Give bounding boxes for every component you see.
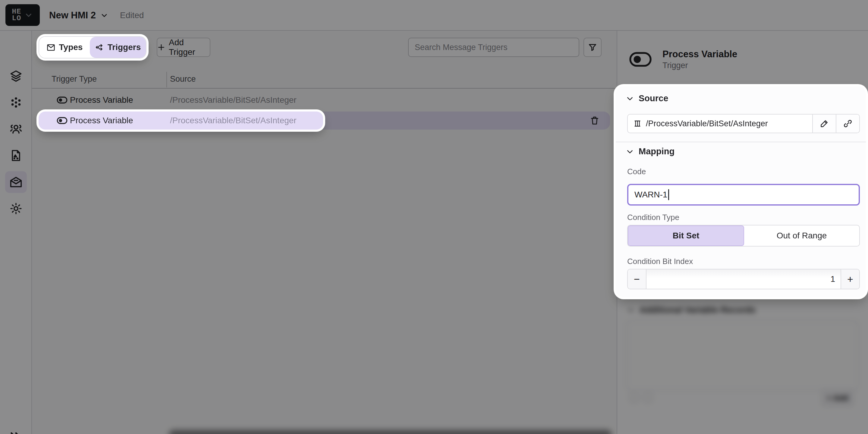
source-path-field[interactable]: /ProcessVariable/BitSet/AsInteger — [628, 115, 812, 133]
trigger-split-arrows-icon — [95, 43, 104, 52]
tab-types[interactable]: Types — [39, 37, 90, 58]
condition-bit-index-label: Condition Bit Index — [627, 257, 693, 266]
edit-source-button[interactable] — [812, 115, 836, 133]
toggle-icon — [57, 116, 67, 125]
text-caret — [668, 189, 669, 200]
app-window: HE LO New HMI 2 Edited Save Project Prev… — [0, 0, 868, 434]
code-value: WARN-1 — [634, 190, 667, 199]
trigger-type-cell: Process Variable — [70, 112, 133, 130]
chevron-down-icon — [626, 95, 634, 102]
envelope-icon — [46, 43, 56, 52]
variable-columns-icon — [633, 119, 642, 128]
segment-out-of-range[interactable]: Out of Range — [744, 225, 859, 246]
source-path-group: /ProcessVariable/BitSet/AsInteger — [627, 114, 860, 133]
pencil-icon — [819, 119, 829, 128]
selected-row-spotlight[interactable]: Process Variable /ProcessVariable/BitSet… — [38, 112, 323, 130]
mapping-section-header[interactable]: Mapping — [626, 147, 675, 156]
view-tab-group: Types Triggers — [38, 36, 147, 59]
condition-type-segmented-control: Bit Set Out of Range — [627, 225, 860, 247]
segment-bit-set[interactable]: Bit Set — [628, 225, 744, 246]
decrement-button[interactable]: − — [628, 270, 647, 289]
section-divider — [616, 142, 866, 142]
code-input[interactable]: WARN-1 — [627, 184, 860, 206]
trigger-config-card: Source /ProcessVariable/BitSet/AsInteger — [616, 86, 866, 297]
bit-index-stepper: − 1 + — [627, 269, 860, 289]
chevron-down-icon — [626, 148, 634, 156]
source-section-header[interactable]: Source — [626, 93, 668, 103]
tab-triggers[interactable]: Triggers — [90, 37, 146, 58]
condition-type-label: Condition Type — [627, 213, 679, 222]
bit-index-value[interactable]: 1 — [647, 270, 841, 289]
code-label: Code — [627, 167, 646, 176]
source-cell: /ProcessVariable/BitSet/AsInteger — [170, 112, 297, 130]
link-source-button[interactable] — [836, 115, 859, 133]
increment-button[interactable]: + — [841, 270, 859, 289]
link-icon — [843, 119, 852, 128]
